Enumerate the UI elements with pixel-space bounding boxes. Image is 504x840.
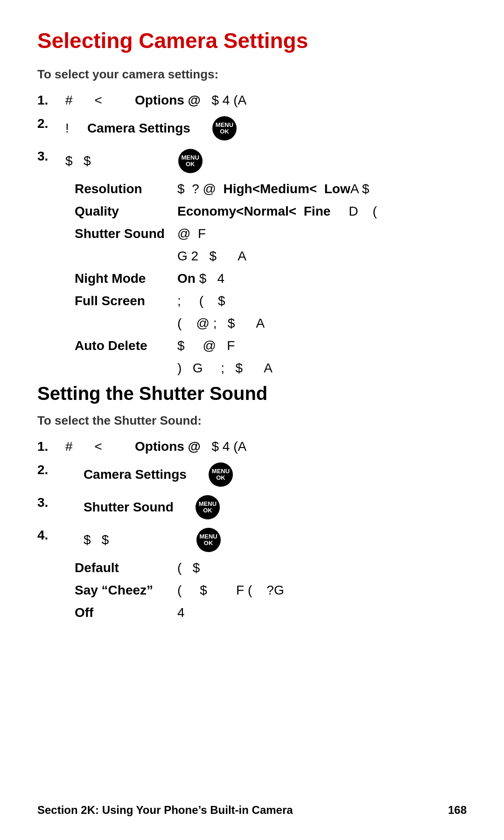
s2-step-2-label: Camera Settings (65, 467, 187, 482)
s2-step-1-less: < (77, 439, 102, 454)
step-1-content: # < Options @ $ 4 (A (65, 93, 467, 108)
step-3: 3. $ $ MENUOK (37, 149, 467, 173)
s2-step-4-spacer (112, 532, 192, 547)
off-option-row: Off 4 (75, 605, 467, 620)
menu-ok-badge-5: MENUOK (196, 528, 221, 552)
menu-ok-badge-1: MENUOK (212, 116, 237, 140)
s2-step-1-value: $ 4 (A (204, 439, 246, 454)
full-screen-label-row: Full Screen ; ( $ (75, 294, 467, 308)
quality-row: Quality Economy<Normal< Fine D ( (75, 204, 467, 219)
auto-delete-label-row: Auto Delete $ @ F (75, 338, 467, 353)
menu-ok-badge-4: MENUOK (196, 495, 220, 519)
off-label: Off (75, 605, 177, 620)
step-3-spacer (94, 154, 174, 168)
step-1-number: 1. (37, 93, 65, 108)
s2-step-4: 4. $ $ MENUOK (37, 528, 467, 552)
s2-step-3-label: Shutter Sound (65, 500, 174, 515)
full-screen-values: ; ( $ (177, 294, 467, 308)
step-2: 2. ! Camera Settings MENUOK (37, 116, 467, 140)
s2-step-3-number: 3. (37, 495, 65, 510)
s2-step-4-content: $ $ MENUOK (65, 528, 467, 552)
full-screen-row: Full Screen ; ( $ ( @ ; $ A (75, 294, 467, 331)
night-mode-values: On $ 4 (177, 271, 467, 286)
auto-delete-sub: ) G ; $ A (177, 361, 467, 376)
shutter-options-block: Default ( $ Say “Cheez” ( $ F ( ?G Off 4 (75, 560, 467, 620)
step-2-content: ! Camera Settings MENUOK (65, 116, 467, 140)
s2-step-4-number: 4. (37, 528, 65, 543)
shutter-sound-label: Shutter Sound (75, 226, 177, 241)
quality-values: Economy<Normal< Fine D ( (177, 204, 467, 219)
step-1-options: Options @ (106, 93, 201, 108)
quality-label: Quality (75, 204, 177, 219)
night-mode-row: Night Mode On $ 4 (75, 271, 467, 286)
section2-subtitle: To select the Shutter Sound: (37, 413, 467, 428)
shutter-sound-values: @ F (177, 226, 467, 241)
cheez-option-row: Say “Cheez” ( $ F ( ?G (75, 583, 467, 598)
main-title: Selecting Camera Settings (37, 28, 467, 53)
footer-right: 168 (448, 804, 467, 817)
step-1: 1. # < Options @ $ 4 (A (37, 93, 467, 108)
menu-ok-badge-2: MENUOK (178, 149, 203, 173)
settings-block: Resolution $ ? @ High<Medium< LowA $ Qua… (75, 182, 467, 376)
page-footer: Section 2K: Using Your Phone’s Built-in … (37, 804, 467, 817)
menu-ok-badge-3: MENUOK (209, 462, 233, 487)
s2-step-3-spacer (177, 500, 192, 515)
shutter-sound-label-row: Shutter Sound @ F (75, 226, 467, 241)
step-3-content: $ $ MENUOK (65, 149, 467, 173)
s2-step-2-spacer (190, 467, 205, 482)
s2-step-1: 1. # < Options @ $ 4 (A (37, 439, 467, 454)
step-1-value: $ 4 (A (204, 93, 246, 108)
s2-step-3-content: Shutter Sound MENUOK (65, 495, 467, 519)
off-values: 4 (177, 605, 467, 620)
resolution-values: $ ? @ High<Medium< LowA $ (177, 182, 467, 196)
s2-step-1-content: # < Options @ $ 4 (A (65, 439, 467, 454)
step-2-label: Camera Settings (73, 121, 190, 136)
s2-step-2-content: Camera Settings MENUOK (65, 462, 467, 487)
shutter-sound-sub: G 2 $ A (177, 249, 467, 264)
s2-step-2: 2. Camera Settings MENUOK (37, 462, 467, 487)
full-screen-sub: ( @ ; $ A (177, 316, 467, 331)
footer-left: Section 2K: Using Your Phone’s Built-in … (37, 804, 293, 817)
resolution-label: Resolution (75, 182, 177, 196)
section2-heading: Setting the Shutter Sound (37, 383, 467, 404)
full-screen-label: Full Screen (75, 294, 177, 308)
shutter-sound-row: Shutter Sound @ F G 2 $ A (75, 226, 467, 264)
resolution-row: Resolution $ ? @ High<Medium< LowA $ (75, 182, 467, 196)
cheez-label: Say “Cheez” (75, 583, 177, 598)
step-2-exclamation: ! (65, 121, 69, 136)
s2-step-3: 3. Shutter Sound MENUOK (37, 495, 467, 519)
s2-step-2-number: 2. (37, 462, 65, 477)
step-3-values: $ $ (65, 154, 91, 168)
s2-step-4-values: $ $ (65, 532, 109, 547)
cheez-values: ( $ F ( ?G (177, 583, 467, 598)
s2-step-1-hash: # (65, 439, 73, 454)
step-2-number: 2. (37, 116, 65, 131)
default-values: ( $ (177, 560, 467, 575)
auto-delete-row: Auto Delete $ @ F ) G ; $ A (75, 338, 467, 376)
section1-subtitle: To select your camera settings: (37, 67, 467, 82)
default-label: Default (75, 560, 177, 575)
auto-delete-values: $ @ F (177, 338, 467, 353)
auto-delete-label: Auto Delete (75, 338, 177, 353)
s2-step-1-number: 1. (37, 439, 65, 454)
step-2-spacer (194, 121, 209, 136)
step-3-number: 3. (37, 149, 65, 164)
night-mode-label: Night Mode (75, 271, 177, 286)
default-option-row: Default ( $ (75, 560, 467, 575)
step-1-less: < (77, 93, 102, 108)
step-1-hash: # (65, 93, 73, 108)
s2-step-1-options: Options @ (106, 439, 201, 454)
